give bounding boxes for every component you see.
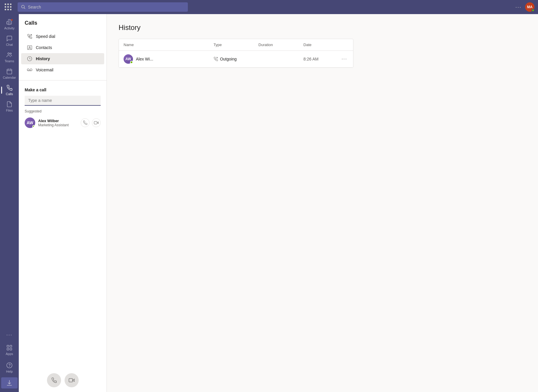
call-name-input[interactable] — [25, 96, 101, 106]
sidebar: Activity Chat Teams — [0, 14, 19, 392]
history-row-date: 8:26 AM — [303, 57, 318, 61]
svg-point-18 — [29, 46, 31, 48]
topbar: ··· MA — [0, 0, 538, 14]
history-name-cell: AW Alex Wi... — [124, 54, 213, 64]
svg-line-27 — [215, 57, 217, 59]
video-dial-button[interactable] — [65, 373, 79, 387]
suggested-item-actions — [81, 118, 101, 127]
col-duration: Duration — [259, 43, 303, 47]
calls-nav-item-label: Contacts — [36, 45, 52, 50]
search-input[interactable] — [28, 5, 184, 9]
calls-nav-voicemail[interactable]: Voicemail — [21, 64, 104, 75]
suggested-label: Suggested — [25, 109, 101, 113]
video-icon — [94, 120, 99, 125]
svg-rect-9 — [7, 345, 9, 347]
sidebar-item-download[interactable] — [1, 377, 18, 388]
sidebar-item-files[interactable]: Files — [1, 99, 18, 115]
chat-icon — [6, 35, 13, 42]
main-layout: Activity Chat Teams — [0, 14, 538, 392]
outgoing-call-icon — [213, 57, 218, 61]
more-dots-icon: ··· — [6, 332, 12, 338]
history-avatar-status — [130, 61, 133, 64]
files-icon — [6, 101, 13, 107]
svg-rect-17 — [28, 46, 32, 50]
sidebar-item-apps[interactable]: Apps — [1, 342, 18, 358]
sidebar-item-more[interactable]: ··· — [1, 329, 18, 340]
svg-line-1 — [24, 8, 25, 9]
history-row-name: Alex Wi... — [136, 57, 153, 61]
sidebar-item-calendar[interactable]: Calendar — [1, 66, 18, 82]
search-icon — [21, 5, 26, 9]
user-avatar[interactable]: MA — [525, 2, 534, 12]
calls-nav-item-label: History — [36, 56, 50, 61]
sidebar-item-label: Chat — [6, 43, 13, 46]
video-dial-icon — [69, 377, 75, 383]
sidebar-item-label: Files — [6, 109, 13, 112]
call-buttons — [19, 369, 107, 392]
svg-line-16 — [29, 34, 32, 37]
calls-panel: Calls Speed dial Contacts — [19, 14, 107, 392]
svg-point-4 — [10, 53, 11, 54]
audio-dial-button[interactable] — [47, 373, 61, 387]
sidebar-item-label: Apps — [6, 352, 13, 356]
suggested-item[interactable]: AW Alex Wilber Marketing Assistant — [25, 116, 101, 130]
calls-nav-item-label: Voicemail — [36, 68, 53, 72]
history-row-type: Outgoing — [220, 57, 237, 61]
contacts-icon — [27, 45, 32, 50]
app-launcher-button[interactable] — [4, 2, 13, 12]
topbar-more-button[interactable]: ··· — [515, 4, 522, 10]
row-more-options-button[interactable]: ··· — [340, 55, 348, 63]
sidebar-item-label: Activity — [4, 26, 15, 30]
suggested-item-info: Alex Wilber Marketing Assistant — [38, 119, 78, 127]
sidebar-item-activity[interactable]: Activity — [1, 16, 18, 32]
phone-icon — [83, 120, 87, 125]
sidebar-item-teams[interactable]: Teams — [1, 49, 18, 65]
svg-point-3 — [8, 53, 10, 55]
sidebar-item-label: Help — [6, 370, 13, 373]
sidebar-item-calls[interactable]: Calls — [1, 82, 18, 98]
calls-nav-history[interactable]: History — [21, 53, 104, 64]
sidebar-item-chat[interactable]: Chat — [1, 33, 18, 49]
sidebar-item-label: Calls — [6, 92, 13, 96]
svg-point-14 — [9, 366, 10, 367]
table-row[interactable]: AW Alex Wi... Outgoing 8:26 AM ··· — [119, 51, 353, 68]
make-call-title: Make a call — [25, 88, 101, 92]
svg-point-21 — [30, 69, 32, 71]
calls-nav-speed-dial[interactable]: Speed dial — [21, 31, 104, 42]
divider — [19, 80, 107, 80]
calendar-icon — [6, 68, 13, 75]
svg-point-13 — [7, 363, 12, 368]
svg-point-20 — [27, 69, 29, 71]
audio-call-button[interactable] — [81, 118, 90, 127]
calls-nav-contacts[interactable]: Contacts — [21, 42, 104, 53]
phone-dial-icon — [51, 377, 57, 383]
svg-rect-12 — [10, 348, 12, 350]
teams-icon — [6, 52, 13, 58]
main-content: History Name Type Duration Date AW Alex … — [107, 14, 538, 392]
history-table: Name Type Duration Date AW Alex Wi... — [119, 39, 353, 68]
history-avatar-initials: AW — [125, 57, 131, 61]
topbar-right: ··· MA — [515, 2, 534, 12]
svg-marker-23 — [97, 122, 99, 124]
apps-icon — [6, 344, 13, 351]
suggested-status-dot — [32, 125, 35, 128]
svg-rect-26 — [69, 378, 72, 382]
svg-marker-25 — [72, 379, 74, 381]
svg-rect-11 — [7, 348, 9, 350]
voicemail-icon — [27, 67, 32, 73]
svg-rect-24 — [94, 121, 97, 124]
download-icon — [6, 380, 13, 386]
search-bar[interactable] — [18, 2, 188, 12]
sidebar-bottom: ··· Apps Help — [1, 329, 18, 390]
avatar-initials: MA — [527, 5, 533, 9]
suggested-item-role: Marketing Assistant — [38, 123, 78, 127]
help-icon — [6, 362, 13, 369]
history-date-cell: 8:26 AM ··· — [303, 55, 348, 63]
activity-icon — [6, 19, 13, 25]
sidebar-item-label: Teams — [5, 59, 14, 63]
video-call-button[interactable] — [92, 118, 101, 127]
avatar-status-dot — [532, 9, 534, 12]
svg-point-2 — [11, 19, 13, 21]
sidebar-item-help[interactable]: Help — [1, 360, 18, 376]
calls-panel-title: Calls — [19, 14, 107, 28]
